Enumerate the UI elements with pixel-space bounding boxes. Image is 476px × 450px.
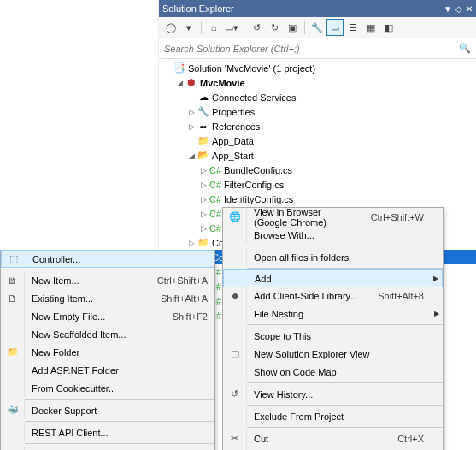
history-icon: ↺ [223,385,247,403]
menu-add-client[interactable]: ◆Add Client-Side Library...Shift+Alt+8 [223,287,443,305]
menu-new-view[interactable]: ▢New Solution Explorer View [223,345,443,363]
menu-browse-with[interactable]: Browse With... [223,226,443,244]
extra-icon[interactable]: ◧ [380,19,397,36]
vb-icon: ⬢ [185,77,198,88]
browser-icon: 🌐 [223,208,247,226]
wrench-icon[interactable]: 🔧 [309,19,326,36]
cut-icon: ✂ [223,429,247,447]
wrench-icon: 🔧 [197,106,210,117]
search-bar[interactable]: 🔍 [159,38,476,59]
cloud-icon: ☁ [197,92,210,103]
menu-docker[interactable]: 🐳Docker Support [1,401,214,419]
menu-cookie[interactable]: From Cookiecutter... [1,379,214,397]
menu-new-folder[interactable]: 📁New Folder [1,343,214,361]
tree-project[interactable]: ◢⬢MvcMovie [159,75,476,90]
menu-scaffold[interactable]: New Scaffolded Item... [1,325,214,343]
menu-code-map[interactable]: Show on Code Map [223,363,443,381]
properties-icon[interactable]: ☰ [344,19,361,36]
search-icon[interactable]: 🔍 [459,43,471,54]
menu-exclude[interactable]: Exclude From Project [223,407,443,425]
home-icon[interactable]: ⌂ [205,19,222,36]
tree-properties[interactable]: ▷🔧Properties [159,104,476,119]
tree-file[interactable]: ▷C#FilterConfig.cs [159,177,476,192]
menu-controller[interactable]: ⬚Controller... [1,250,214,268]
show-all-icon[interactable]: ▭▾ [223,19,240,36]
controller-icon: ⬚ [2,251,26,267]
view-icon[interactable]: ▦ [362,19,379,36]
back-icon[interactable]: ◯ [162,19,179,36]
forward-icon[interactable]: ▾ [180,19,197,36]
panel-titlebar: Solution Explorer ▼ ◇ ✕ [159,0,476,17]
pin-icon[interactable]: ◇ [455,4,462,14]
ref-icon: ▪▪ [197,121,210,132]
tree-references[interactable]: ▷▪▪References [159,119,476,133]
menu-history[interactable]: ↺View History... [223,385,443,403]
search-input[interactable] [164,44,459,54]
solution-icon: 📑 [173,62,186,74]
preview-icon[interactable]: ▭ [326,19,344,36]
refresh-icon[interactable]: ↻ [266,19,283,36]
menu-new-item[interactable]: 🗎New Item...Ctrl+Shift+A [1,271,214,289]
cs-icon: C# [209,223,222,234]
dropdown-icon[interactable]: ▼ [444,4,452,14]
menu-add[interactable]: Add▶ [223,269,443,287]
window-icon: ▢ [223,345,247,363]
folder-icon: 📂 [197,150,210,161]
new-item-icon: 🗎 [1,271,25,289]
tree-appdata[interactable]: 📁App_Data [159,133,476,148]
menu-view-browser[interactable]: 🌐View in Browser (Google Chrome)Ctrl+Shi… [223,208,443,226]
menu-scope[interactable]: Scope to This [223,327,443,345]
toolbar: ◯ ▾ ⌂ ▭▾ ↺ ↻ ▣ 🔧 ▭ ☰ ▦ ◧ [159,17,476,38]
cs-icon: C# [209,180,222,190]
tree-appstart[interactable]: ◢📂App_Start [159,148,476,163]
cs-icon: C# [209,209,222,219]
close-icon[interactable]: ✕ [466,4,473,14]
add-submenu: ⬚Controller... 🗎New Item...Ctrl+Shift+A … [0,250,215,450]
cs-icon: C# [209,194,222,204]
menu-asp-folder[interactable]: Add ASP.NET Folder [1,361,214,379]
docker-icon: 🐳 [1,401,25,419]
menu-rest[interactable]: REST API Client... [1,423,214,441]
menu-file-nesting[interactable]: File Nesting▶ [223,305,443,323]
panel-title: Solution Explorer [162,3,234,14]
tree-file[interactable]: ▷C#BundleConfig.cs [159,163,476,177]
library-icon: ◆ [223,287,247,305]
menu-open-all[interactable]: Open all files in folders [223,248,443,266]
existing-item-icon: 🗋 [1,289,25,307]
folder-icon: 📁 [197,237,210,248]
cs-icon: C# [209,165,222,175]
menu-cut[interactable]: ✂CutCtrl+X [223,429,443,447]
menu-azure[interactable]: New Azure WebJob Project [1,446,214,450]
collapse-icon[interactable]: ▣ [284,19,301,36]
tree-solution[interactable]: 📑Solution 'MvcMovie' (1 project) [159,61,476,75]
folder-icon: 📁 [1,343,25,361]
folder-icon: 📁 [197,135,210,146]
menu-existing-item[interactable]: 🗋Existing Item...Shift+Alt+A [1,289,214,307]
tree-connected[interactable]: ☁Connected Services [159,90,476,104]
sync-icon[interactable]: ↺ [248,19,265,36]
tree-file[interactable]: ▷C#IdentityConfig.cs [159,192,476,206]
menu-new-empty[interactable]: New Empty File...Shift+F2 [1,307,214,325]
context-menu: 🌐View in Browser (Google Chrome)Ctrl+Shi… [222,207,444,450]
